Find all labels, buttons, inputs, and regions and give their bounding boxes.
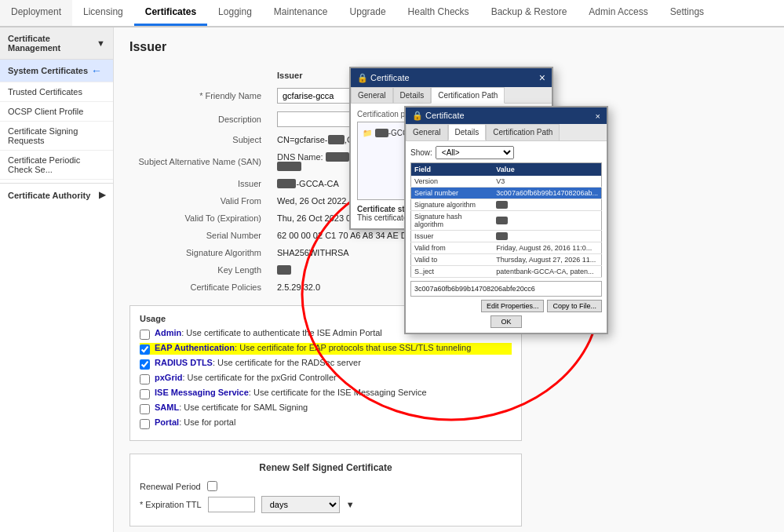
cert2-row-issuer[interactable]: Issuer: [411, 231, 602, 242]
sidebar-item-system-certs[interactable]: System Certificates ←: [0, 60, 113, 82]
sidebar-periodic-label: Certificate Periodic Check Se...: [8, 155, 80, 174]
usage-admin-label: Admin: Use certificate to authenticate t…: [155, 328, 382, 337]
cert-dialog-2-title: 🔒 Certificate ×: [406, 107, 607, 124]
cert-dialog-2-title-label: 🔒 Certificate: [412, 111, 465, 121]
cert2-fields-table: Field Value Version V3 Serial number 3c0…: [410, 162, 602, 278]
expand-icon: ▶: [99, 190, 105, 200]
cert2-value-box: 3c007a60fb6b99b14708206abfe20cc6: [410, 281, 602, 297]
valid-from-label: Valid From: [129, 192, 271, 210]
cert2-value-sig-hash: [493, 211, 601, 231]
issuer-section-label: [129, 67, 271, 84]
nav-logging[interactable]: Logging: [207, 0, 263, 26]
cert2-tab-details[interactable]: Details: [448, 124, 487, 140]
usage-eap-label: EAP Authentication: Use certificate for …: [155, 343, 471, 352]
cert-management-header[interactable]: Certificate Management ▼: [0, 27, 113, 60]
nav-maintenance[interactable]: Maintenance: [263, 0, 339, 26]
key-length-redacted: [277, 265, 291, 275]
cert2-value-subject: patentbank-GCCA-CA, paten...: [493, 266, 601, 278]
cert2-field-serial: Serial number: [411, 188, 494, 199]
cert2-row-version[interactable]: Version V3: [411, 176, 602, 188]
cert2-row-valid-from[interactable]: Valid from Friday, August 26, 2016 11:0.…: [411, 242, 602, 254]
renewal-period-label: Renewal Period: [140, 482, 201, 491]
usage-radius: RADIUS DTLS: Use certificate for the RAD…: [140, 358, 512, 370]
cert2-show-select[interactable]: <All>: [436, 146, 514, 159]
sidebar-ocsp-label: OCSP Client Profile: [8, 107, 83, 116]
usage-saml: SAML: Use certificate for SAML Signing: [140, 403, 512, 414]
cert2-table-header: Field Value: [411, 163, 602, 177]
issuer-text: -GCCA-CA: [277, 179, 339, 188]
cert2-row-serial[interactable]: Serial number 3c007a60fb6b99b14708206ab.…: [411, 188, 602, 199]
cert2-field-sig-algo: Signature algorithm: [411, 199, 494, 211]
renewal-period-row: Renewal Period: [140, 481, 512, 491]
cert-dialog-2-close[interactable]: ×: [596, 111, 600, 121]
cert2-row-subject[interactable]: S..ject patentbank-GCCA-CA, paten...: [411, 266, 602, 278]
cert-tab-details[interactable]: Details: [393, 87, 432, 103]
cert2-show-row: Show: <All>: [410, 146, 602, 159]
cert2-col-value: Value: [493, 163, 601, 177]
edit-properties-button[interactable]: Edit Properties...: [481, 300, 545, 312]
cert2-ok-button[interactable]: OK: [490, 315, 521, 328]
sidebar-authority[interactable]: Certificate Authority ▶: [0, 183, 113, 206]
san-redacted: [326, 152, 350, 162]
usage-portal-checkbox[interactable]: [140, 419, 150, 429]
nav-certificates[interactable]: Certificates: [134, 0, 207, 26]
nav-health-checks[interactable]: Health Checks: [397, 0, 480, 26]
cert2-tab-general[interactable]: General: [406, 124, 448, 140]
issuer-field-label: Issuer: [129, 175, 271, 192]
serial-label: Serial Number: [129, 227, 271, 244]
nav-deployment[interactable]: Deployment: [0, 0, 72, 26]
cert2-field-issuer: Issuer: [411, 231, 494, 242]
description-label: Description: [129, 107, 271, 131]
cert2-row-sig-hash[interactable]: Signature hash algorithm: [411, 211, 602, 231]
cert2-value-valid-from: Friday, August 26, 2016 11:0...: [493, 242, 601, 254]
usage-saml-checkbox[interactable]: [140, 404, 150, 414]
usage-saml-label: SAML: Use certificate for SAML Signing: [155, 403, 308, 412]
cert-dialog-1-title-label: 🔒 Certificate: [357, 73, 410, 83]
nav-settings[interactable]: Settings: [659, 0, 715, 26]
arrow-icon: ←: [91, 64, 102, 77]
nav-admin-access[interactable]: Admin Access: [578, 0, 658, 26]
cert2-buttons: Edit Properties... Copy to File...: [410, 300, 602, 312]
cert2-row-sig-algo[interactable]: Signature algorithm: [411, 199, 602, 211]
cert2-table-body: Version V3 Serial number 3c007a60fb6b99b…: [411, 176, 602, 278]
nav-backup-restore[interactable]: Backup & Restore: [480, 0, 578, 26]
usage-radius-checkbox[interactable]: [140, 359, 150, 370]
renew-section: Renew Self Signed Certificate Renewal Pe…: [129, 454, 522, 527]
cert-tab-cert-path[interactable]: Certification Path: [431, 87, 505, 104]
cert-tree-redacted: [375, 129, 388, 137]
authority-label: Certificate Authority: [8, 191, 90, 200]
top-navigation: Deployment Licensing Certificates Loggin…: [0, 0, 784, 27]
sidebar-item-csr[interactable]: Certificate Signing Requests: [0, 122, 113, 151]
usage-pxgrid-label: pxGrid: Use certificate for the pxGrid C…: [155, 373, 337, 382]
usage-eap-checkbox[interactable]: [140, 344, 150, 355]
chevron-icon: ▼: [346, 500, 355, 509]
cert-dialog-2-body: Show: <All> Field Value Version: [406, 141, 607, 333]
cert2-field-valid-to: Valid to: [411, 254, 494, 266]
expiration-input[interactable]: [208, 497, 255, 512]
days-select[interactable]: days: [261, 496, 340, 513]
friendly-name-label: * Friendly Name: [129, 84, 271, 107]
usage-pxgrid-checkbox[interactable]: [140, 374, 150, 384]
subject-redacted-1: [328, 135, 345, 144]
cert2-row-valid-to[interactable]: Valid to Thursday, August 27, 2026 11...: [411, 254, 602, 266]
sidebar-trusted-certs-label: Trusted Certificates: [8, 87, 82, 97]
copy-to-file-button[interactable]: Copy to File...: [547, 300, 602, 312]
usage-radius-label: RADIUS DTLS: Use certificate for the RAD…: [155, 358, 361, 367]
usage-messaging-checkbox[interactable]: [140, 389, 150, 399]
cert-policies-label: Certificate Policies: [129, 279, 271, 296]
sidebar-item-ocsp[interactable]: OCSP Client Profile: [0, 102, 113, 122]
sidebar-item-trusted-certs[interactable]: Trusted Certificates: [0, 82, 113, 102]
signature-label: Signature Algorithm: [129, 244, 271, 261]
nav-licensing[interactable]: Licensing: [72, 0, 134, 26]
cert2-tab-cert-path[interactable]: Certification Path: [486, 124, 560, 140]
cert-dialog-1-close[interactable]: ×: [539, 71, 545, 84]
nav-upgrade[interactable]: Upgrade: [339, 0, 397, 26]
usage-admin-checkbox[interactable]: [140, 330, 150, 340]
sidebar-item-periodic-check[interactable]: Certificate Periodic Check Se...: [0, 151, 113, 180]
renewal-period-checkbox[interactable]: [207, 481, 217, 491]
subject-label: Subject: [129, 131, 271, 148]
sidebar-csr-label: Certificate Signing Requests: [8, 126, 78, 145]
cert-tab-general[interactable]: General: [351, 87, 393, 103]
cert2-value-serial: 3c007a60fb6b99b14708206ab...: [493, 188, 601, 199]
sidebar: Certificate Management ▼ System Certific…: [0, 27, 114, 532]
